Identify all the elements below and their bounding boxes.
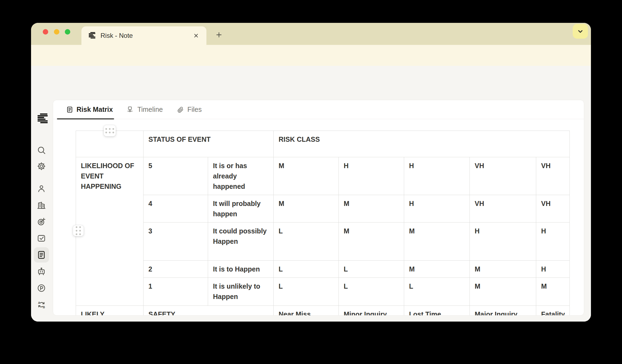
severity-cell[interactable]: Near Miss: [274, 306, 339, 316]
svg-text:A: A: [38, 301, 40, 304]
likely-label-cell[interactable]: LIKELY: [76, 306, 144, 316]
active-tab-underline: [57, 118, 114, 119]
table-row: 1 It is unlikely to Happen L L L M M: [76, 278, 570, 306]
row-drag-handle[interactable]: [73, 225, 84, 236]
risk-cell[interactable]: M: [404, 223, 470, 261]
content-tabs: Risk Matrix Timeline Files: [53, 100, 584, 119]
risk-cell[interactable]: M: [274, 157, 339, 195]
table-row: 2 It is to Happen L L M M H: [76, 261, 570, 278]
level-cell[interactable]: 4: [144, 195, 208, 223]
browser-toolbar: app.evidify.it/object/note/8ca12327-de14…: [31, 45, 591, 66]
risk-cell[interactable]: M: [404, 261, 470, 278]
risk-cell[interactable]: L: [339, 261, 404, 278]
risk-cell[interactable]: L: [274, 278, 339, 306]
level-cell[interactable]: 5: [144, 157, 208, 195]
safety-label-cell[interactable]: SAFETY: [144, 306, 274, 316]
sidebar-item-tasks[interactable]: [37, 234, 46, 243]
tab-timeline[interactable]: Timeline: [127, 106, 163, 113]
column-drag-handle[interactable]: [104, 125, 116, 136]
tab-files[interactable]: Files: [177, 106, 202, 113]
status-of-event-header[interactable]: STATUS OF EVENT: [144, 131, 274, 157]
risk-cell[interactable]: H: [404, 195, 470, 223]
risk-cell[interactable]: L: [339, 278, 404, 306]
doc-icon: [66, 106, 73, 113]
browser-tab-risk-note[interactable]: Risk - Note: [81, 26, 206, 45]
tab-risk-matrix[interactable]: Risk Matrix: [66, 106, 113, 113]
risk-cell[interactable]: H: [339, 157, 404, 195]
table-row: LIKELIHOOD OF EVENT HAPPENING 5 It is or…: [76, 157, 570, 195]
status-cell[interactable]: It is or has already happened: [208, 157, 274, 195]
sidebar-item-goals[interactable]: [37, 217, 46, 226]
paperclip-icon: [177, 106, 184, 113]
risk-cell[interactable]: M: [536, 278, 570, 306]
p-circle-icon: [37, 283, 46, 293]
sidebar-rail: AB 12: [31, 66, 53, 316]
risk-cell[interactable]: VH: [470, 157, 536, 195]
risk-cell[interactable]: VH: [470, 195, 536, 223]
risk-cell[interactable]: L: [274, 223, 339, 261]
severity-cell[interactable]: Fatality: [536, 306, 570, 316]
level-cell[interactable]: 3: [144, 223, 208, 261]
risk-cell[interactable]: M: [470, 261, 536, 278]
risk-cell[interactable]: H: [404, 157, 470, 195]
risk-cell[interactable]: L: [274, 261, 339, 278]
status-cell[interactable]: It will probably happen: [208, 195, 274, 223]
severity-cell[interactable]: Major Inquiry: [470, 306, 536, 316]
risk-cell[interactable]: M: [470, 278, 536, 306]
browser-tab-strip: Risk - Note: [31, 23, 591, 45]
table-header-row: STATUS OF EVENT RISK CLASS: [76, 131, 570, 157]
risk-cell[interactable]: M: [339, 223, 404, 261]
sidebar-item-notes-active[interactable]: [34, 247, 49, 263]
severity-cell[interactable]: Lost Time: [404, 306, 470, 316]
table-row: 3 It could possibly Happen L M M H H: [76, 223, 570, 261]
status-cell[interactable]: It is unlikely to Happen: [208, 278, 274, 306]
risk-cell[interactable]: M: [339, 195, 404, 223]
tab-risk-matrix-label: Risk Matrix: [77, 106, 113, 113]
risk-matrix-table-viewport[interactable]: STATUS OF EVENT RISK CLASS LIKELIHOOD OF…: [76, 131, 570, 316]
risk-matrix-table: STATUS OF EVENT RISK CLASS LIKELIHOOD OF…: [76, 131, 570, 316]
new-tab-button[interactable]: [214, 30, 224, 40]
sidebar-item-people[interactable]: [37, 184, 46, 193]
tab-close-icon[interactable]: [193, 33, 199, 39]
timeline-icon: [127, 106, 134, 113]
gear-icon[interactable]: [37, 162, 46, 171]
robot-icon: [37, 267, 46, 276]
risk-cell[interactable]: M: [274, 195, 339, 223]
sidebar-item-organizations[interactable]: [37, 200, 46, 210]
browser-window: Risk - Note: [31, 23, 591, 322]
building-icon: [37, 200, 46, 210]
tab-timeline-label: Timeline: [137, 106, 163, 113]
sidebar-item-bots[interactable]: [37, 267, 46, 276]
risk-cell[interactable]: VH: [536, 195, 570, 223]
check-square-icon: [37, 234, 46, 243]
minimize-window-button[interactable]: [54, 29, 59, 35]
zoom-window-button[interactable]: [65, 29, 70, 35]
tab-title: Risk - Note: [100, 32, 206, 39]
risk-cell[interactable]: H: [470, 223, 536, 261]
person-icon: [37, 184, 46, 193]
tab-search-chevron-button[interactable]: [573, 24, 588, 39]
ab-sync-icon: AB: [37, 300, 46, 309]
chevron-down-icon: [576, 27, 584, 35]
level-cell[interactable]: 1: [144, 278, 208, 306]
risk-class-header[interactable]: RISK CLASS: [274, 131, 570, 157]
risk-cell[interactable]: H: [536, 261, 570, 278]
target-icon: [37, 217, 46, 226]
note-icon: [37, 250, 46, 260]
risk-cell[interactable]: L: [404, 278, 470, 306]
tab-files-label: Files: [187, 106, 202, 113]
sidebar-item-projects[interactable]: [37, 283, 46, 293]
close-window-button[interactable]: [43, 29, 48, 35]
search-icon[interactable]: [37, 146, 46, 155]
status-cell[interactable]: It is to Happen: [208, 261, 274, 278]
sidebar-item-workflows[interactable]: AB: [37, 300, 46, 309]
app-content: Note / Risk (1/15) Add to favorites Dele…: [31, 66, 591, 322]
risk-cell[interactable]: H: [536, 223, 570, 261]
risk-cell[interactable]: VH: [536, 157, 570, 195]
tab-favicon-icon: [89, 32, 96, 39]
level-cell[interactable]: 2: [144, 261, 208, 278]
status-cell[interactable]: It could possibly Happen: [208, 223, 274, 261]
severity-cell[interactable]: Minor Inquiry: [339, 306, 404, 316]
note-card: Risk Matrix Timeline Files: [53, 100, 584, 316]
likelihood-label-cell[interactable]: LIKELIHOOD OF EVENT HAPPENING: [76, 157, 144, 306]
